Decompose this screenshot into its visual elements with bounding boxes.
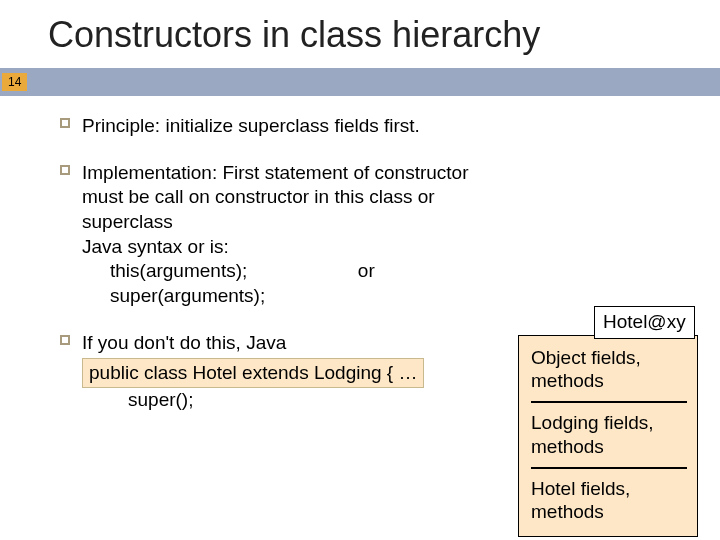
slide-band: 14 [0,68,720,96]
object-label: Hotel@xy [594,306,695,339]
divider [531,467,687,469]
code-highlight: public class Hotel extends Lodging { … [82,358,424,389]
bullet-1-text: Principle: initialize superclass fields … [82,115,420,136]
this-call: this(arguments); [110,260,247,281]
bullet-2-this: this(arguments); or [82,259,490,284]
diagram-section-1: Object fields, methods [531,346,687,394]
bullet-3: If you don't do this, Java public class … [60,331,460,413]
bullet-marker-icon [60,118,70,128]
or-text: or [358,260,375,281]
diagram-section-3: Hotel fields, methods [531,477,687,525]
bullet-marker-icon [60,165,70,175]
bullet-2-line2: Java syntax or is: [82,235,490,260]
bullet-3-super: super(); [82,388,460,413]
object-diagram: Hotel@xy Object fields, methods Lodging … [518,306,698,537]
bullet-2-line1: Implementation: First statement of const… [82,161,490,235]
bullet-2: Implementation: First statement of const… [60,161,490,309]
bullet-3-intro: If you don't do this, Java [82,331,460,356]
page-number: 14 [2,73,27,91]
bullet-2-super: super(arguments); [82,284,490,309]
divider [531,401,687,403]
bullet-marker-icon [60,335,70,345]
bullet-1: Principle: initialize superclass fields … [60,114,490,139]
object-box: Object fields, methods Lodging fields, m… [518,335,698,538]
slide-title: Constructors in class hierarchy [0,0,720,68]
slide-content: Principle: initialize superclass fields … [0,96,720,413]
diagram-section-2: Lodging fields, methods [531,411,687,459]
